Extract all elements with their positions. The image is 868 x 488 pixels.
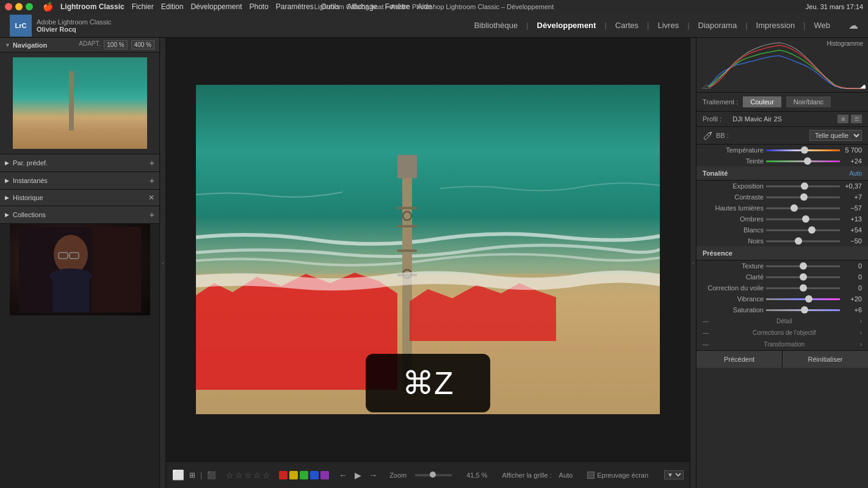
star-5[interactable]: ☆ (262, 470, 270, 480)
wb-select[interactable]: Telle quelle (809, 130, 862, 141)
minimize-button[interactable] (15, 3, 23, 10)
collections-add-button[interactable]: + (150, 210, 154, 220)
nav-livres[interactable]: Livres (649, 21, 687, 30)
apple-logo[interactable]: 🍎 (43, 2, 53, 12)
star-3[interactable]: ☆ (244, 470, 252, 480)
auto-button[interactable]: Auto (849, 170, 862, 177)
label-green[interactable] (300, 471, 308, 479)
ombres-slider[interactable] (766, 218, 840, 220)
history-header[interactable]: ▶ Historique ✕ (0, 190, 159, 206)
contraste-slider[interactable] (766, 196, 840, 198)
command-overlay: ⌘Z (366, 354, 490, 412)
menu-fichier[interactable]: Fichier (132, 2, 154, 11)
menu-photo[interactable]: Photo (249, 2, 268, 11)
star-4[interactable]: ☆ (253, 470, 261, 480)
zoom-100-button[interactable]: 100 % (104, 40, 127, 49)
clarte-slider[interactable] (766, 276, 840, 278)
label-yellow[interactable] (289, 471, 298, 479)
maximize-button[interactable] (26, 3, 33, 10)
histogram-title: Histogramme (827, 40, 863, 47)
corrections-label: Corrections de l'objectif (753, 329, 816, 336)
svg-rect-10 (397, 155, 417, 178)
zoom-slider[interactable] (415, 474, 452, 476)
grid-value: Auto (559, 472, 573, 479)
bw-button[interactable]: Noir/blanc (786, 96, 831, 107)
snapshots-header[interactable]: ▶ Instantanés + (0, 172, 159, 189)
label-blue[interactable] (310, 471, 319, 479)
presence-header: Présence (696, 246, 868, 260)
profile-row: Profil : DJI Mavic Air 2S ⊞ ☰ (696, 112, 868, 127)
epreuvage-checkbox[interactable] (587, 472, 595, 479)
corrections-row[interactable]: — Corrections de l'objectif › (696, 327, 868, 339)
view-grid-button[interactable]: ⊞ (189, 471, 195, 479)
presets-label: Par. prédef. (13, 159, 48, 167)
clarte-label: Clarté (703, 273, 764, 281)
ombres-label: Ombres (703, 215, 764, 223)
left-panel-collapse[interactable]: ‹ (160, 38, 166, 488)
color-button[interactable]: Couleur (743, 96, 781, 107)
hautes-lumieres-slider[interactable] (766, 207, 840, 209)
texture-slider[interactable] (766, 265, 840, 267)
saturation-slider[interactable] (766, 309, 840, 311)
star-1[interactable]: ☆ (226, 470, 234, 480)
profile-grid-icon[interactable]: ⊞ (837, 115, 848, 123)
nav-thumbnail-area[interactable] (0, 52, 159, 154)
prev-button[interactable]: Précédent (696, 351, 783, 368)
menu-parametres[interactable]: Paramètres (276, 2, 314, 11)
contraste-label: Contraste (703, 193, 764, 201)
zoom-400-button[interactable]: 400 % (131, 40, 154, 49)
snapshots-add-button[interactable]: + (150, 176, 154, 185)
transformation-label: Transformation (764, 341, 805, 348)
nav-bibliotheque[interactable]: Bibliothèque (466, 21, 527, 30)
contraste-row: Contraste +7 (696, 192, 868, 203)
vibrance-slider[interactable] (766, 298, 840, 300)
photo-area[interactable]: ⌘Z (166, 38, 690, 461)
tint-slider[interactable] (766, 160, 840, 162)
svg-rect-1 (92, 227, 141, 312)
temperature-thumb (801, 146, 808, 154)
temperature-row: Température 5 700 (696, 145, 868, 156)
play-button[interactable]: ▶ (355, 470, 361, 480)
app-menu[interactable]: Lightroom Classic (60, 2, 125, 11)
transformation-row[interactable]: — Transformation › (696, 339, 868, 350)
detail-arrow: › (860, 318, 862, 325)
label-red[interactable] (279, 471, 288, 479)
star-2[interactable]: ☆ (235, 470, 243, 480)
history-clear-button[interactable]: ✕ (148, 193, 154, 202)
cloud-icon[interactable]: ☁ (848, 20, 858, 30)
nav-web[interactable]: Web (806, 21, 839, 30)
menu-developpement[interactable]: Développement (190, 2, 242, 11)
temperature-slider[interactable] (766, 149, 840, 151)
svg-rect-13 (397, 225, 417, 228)
profile-label: Profil : (703, 115, 722, 123)
noirs-slider[interactable] (766, 240, 840, 242)
tint-value: +24 (842, 157, 862, 165)
menu-edition[interactable]: Edition (161, 2, 184, 11)
vibrance-thumb (805, 295, 812, 303)
profile-list-icon[interactable]: ☰ (851, 115, 862, 123)
correction-voile-value: 0 (842, 284, 862, 292)
navigation-header: ▼ Navigation ADAPT. 100 % 400 % (0, 38, 159, 52)
next-photo-button[interactable]: → (369, 470, 377, 480)
presets-header[interactable]: ▶ Par. prédef. + (0, 154, 159, 171)
view-compare-button[interactable]: ⬛ (207, 471, 216, 479)
blancs-slider[interactable] (766, 229, 840, 231)
label-purple[interactable] (320, 471, 329, 479)
reset-button[interactable]: Réinitialiser (783, 351, 868, 368)
close-button[interactable] (5, 3, 12, 10)
nav-impression[interactable]: Impression (748, 21, 804, 30)
correction-voile-slider[interactable] (766, 287, 840, 289)
prev-photo-button[interactable]: ← (339, 470, 347, 480)
collections-header[interactable]: ▶ Collections + (0, 206, 159, 223)
detail-row[interactable]: — Détail › (696, 315, 868, 327)
nav-developpement[interactable]: Développement (529, 21, 605, 30)
nav-diaporama[interactable]: Diaporama (690, 21, 746, 30)
exposition-slider[interactable] (766, 185, 840, 187)
filmstrip-select[interactable]: ▼ (664, 470, 684, 479)
eyedropper-icon[interactable]: 🖊 (703, 130, 712, 141)
right-panel-collapse[interactable]: › (690, 38, 696, 488)
nav-thumbnail-image[interactable] (13, 57, 147, 149)
presets-add-button[interactable]: + (150, 158, 154, 168)
view-normal-button[interactable]: ⬜ (172, 469, 184, 481)
nav-cartes[interactable]: Cartes (607, 21, 647, 30)
